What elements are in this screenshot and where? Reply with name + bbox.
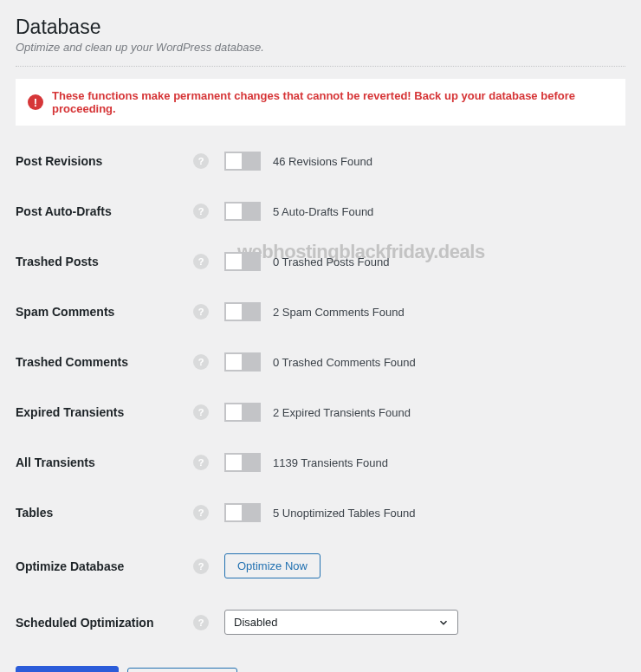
- scheduled-optimization-select[interactable]: Disabled: [224, 610, 458, 635]
- label-spam-comments: Spam Comments: [16, 305, 193, 319]
- value-tables: 5 Unoptimized Tables Found: [273, 507, 416, 520]
- value-trashed-comments: 0 Trashed Comments Found: [273, 356, 416, 369]
- label-post-auto-drafts: Post Auto-Drafts: [16, 204, 193, 218]
- toggle-trashed-comments[interactable]: [224, 352, 261, 372]
- help-icon[interactable]: ?: [193, 505, 209, 520]
- value-trashed-posts: 0 Trashed Posts Found: [273, 255, 389, 268]
- value-spam-comments: 2 Spam Comments Found: [273, 306, 405, 319]
- help-icon[interactable]: ?: [193, 615, 209, 630]
- row-spam-comments: Spam Comments ? 2 Spam Comments Found: [16, 302, 625, 321]
- label-optimize-database: Optimize Database: [16, 559, 193, 573]
- divider: [16, 66, 625, 67]
- help-icon[interactable]: ?: [193, 455, 209, 470]
- page-subtitle: Optimize and clean up your WordPress dat…: [16, 41, 625, 54]
- restore-defaults-button[interactable]: Restore Defaults: [127, 668, 237, 672]
- optimize-now-button[interactable]: Optimize Now: [224, 553, 320, 578]
- help-icon[interactable]: ?: [193, 204, 209, 219]
- page-title: Database: [16, 16, 625, 39]
- label-tables: Tables: [16, 506, 193, 520]
- alert-icon: !: [28, 94, 43, 110]
- value-post-auto-drafts: 5 Auto-Drafts Found: [273, 205, 373, 218]
- row-post-auto-drafts: Post Auto-Drafts ? 5 Auto-Drafts Found: [16, 202, 625, 221]
- value-post-revisions: 46 Revisions Found: [273, 155, 372, 168]
- row-expired-transients: Expired Transients ? 2 Expired Transient…: [16, 403, 625, 422]
- warning-notice: ! These functions make permanent changes…: [16, 79, 625, 126]
- help-icon[interactable]: ?: [193, 153, 209, 169]
- label-trashed-comments: Trashed Comments: [16, 355, 193, 369]
- label-all-transients: All Transients: [16, 456, 193, 469]
- warning-text: These functions make permanent changes t…: [52, 89, 613, 115]
- label-trashed-posts: Trashed Posts: [16, 255, 193, 268]
- help-icon[interactable]: ?: [193, 254, 209, 269]
- row-all-transients: All Transients ? 1139 Transients Found: [16, 453, 625, 472]
- label-post-revisions: Post Revisions: [16, 154, 193, 168]
- row-trashed-comments: Trashed Comments ? 0 Trashed Comments Fo…: [16, 352, 625, 372]
- toggle-expired-transients[interactable]: [224, 403, 261, 422]
- row-post-revisions: Post Revisions ? 46 Revisions Found: [16, 152, 625, 171]
- label-expired-transients: Expired Transients: [16, 405, 193, 419]
- footer-buttons: Save Changes Restore Defaults: [16, 666, 625, 672]
- row-optimize-database: Optimize Database ? Optimize Now: [16, 553, 625, 578]
- toggle-post-revisions[interactable]: [224, 152, 261, 171]
- toggle-spam-comments[interactable]: [224, 302, 261, 321]
- label-scheduled-optimization: Scheduled Optimization: [16, 616, 193, 630]
- help-icon[interactable]: ?: [193, 559, 209, 574]
- help-icon[interactable]: ?: [193, 404, 209, 420]
- help-icon[interactable]: ?: [193, 304, 209, 320]
- toggle-post-auto-drafts[interactable]: [224, 202, 261, 221]
- value-all-transients: 1139 Transients Found: [273, 456, 388, 469]
- help-icon[interactable]: ?: [193, 354, 209, 370]
- row-trashed-posts: Trashed Posts ? 0 Trashed Posts Found: [16, 252, 625, 271]
- toggle-trashed-posts[interactable]: [224, 252, 261, 271]
- toggle-tables[interactable]: [224, 503, 261, 522]
- save-changes-button[interactable]: Save Changes: [16, 666, 119, 672]
- row-tables: Tables ? 5 Unoptimized Tables Found: [16, 503, 625, 522]
- row-scheduled-optimization: Scheduled Optimization ? Disabled: [16, 610, 625, 635]
- toggle-all-transients[interactable]: [224, 453, 261, 472]
- value-expired-transients: 2 Expired Transients Found: [273, 406, 411, 419]
